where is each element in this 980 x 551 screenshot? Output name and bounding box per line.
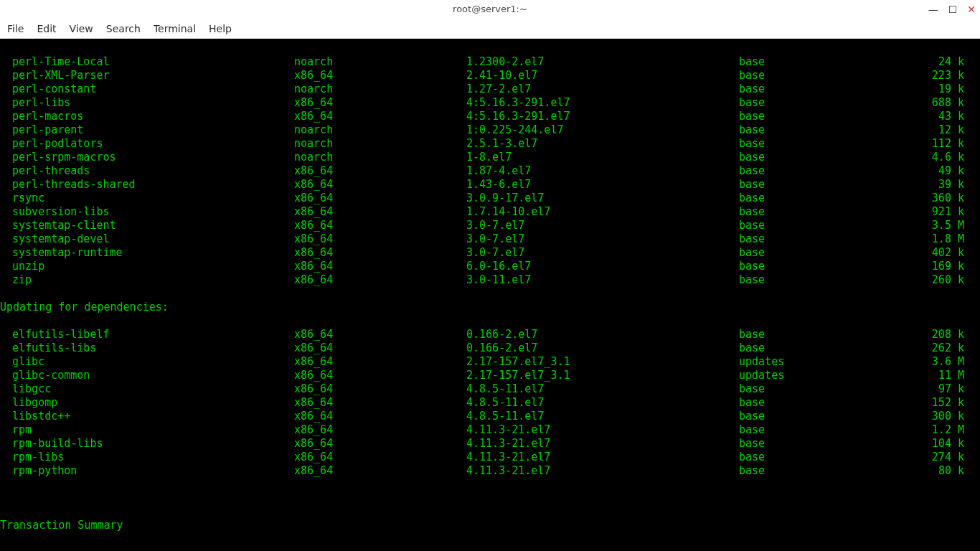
package-row: zipx86_643.0-11.el7base260 k	[0, 273, 980, 287]
pkg-arch: noarch	[294, 151, 466, 164]
window-titlebar: root@server1:~ — ☐ ✕	[0, 0, 980, 19]
package-row: elfutils-libsx86_640.166-2.el7base262 k	[0, 342, 980, 355]
menu-file[interactable]: File	[7, 23, 24, 34]
pkg-repo: base	[739, 396, 904, 410]
pkg-size: 12 k	[904, 123, 980, 137]
pkg-size: 1.2 M	[904, 423, 980, 437]
pkg-size: 223 k	[904, 69, 980, 83]
pkg-size: 97 k	[904, 382, 980, 396]
pkg-repo: base	[739, 137, 904, 151]
menubar: File Edit View Search Terminal Help	[0, 19, 980, 39]
pkg-repo: base	[739, 273, 904, 287]
pkg-version: 4.11.3-21.el7	[466, 451, 739, 464]
package-row: rpm-libsx86_644.11.3-21.el7base274 k	[0, 451, 980, 464]
pkg-repo: base	[739, 451, 904, 464]
pkg-arch: x86_64	[294, 164, 466, 178]
pkg-repo: base	[739, 110, 904, 123]
pkg-size: 3.5 M	[904, 219, 980, 232]
package-row: systemtap-develx86_643.0-7.el7base1.8 M	[0, 232, 980, 246]
pkg-version: 1.87-4.el7	[466, 164, 739, 178]
pkg-name: perl-podlators	[0, 137, 294, 151]
pkg-arch: x86_64	[294, 396, 466, 410]
pkg-repo: base	[739, 410, 904, 423]
package-row: glibcx86_642.17-157.el7_3.1updates3.6 M	[0, 355, 980, 369]
pkg-version: 3.0-7.el7	[466, 246, 739, 260]
pkg-repo: base	[739, 382, 904, 396]
pkg-version: 1.43-6.el7	[466, 178, 739, 192]
summary-rule: ========================================…	[0, 546, 980, 551]
pkg-name: perl-XML-Parser	[0, 69, 294, 83]
pkg-repo: base	[739, 464, 904, 478]
pkg-arch: x86_64	[294, 110, 466, 123]
pkg-name: systemtap-client	[0, 219, 294, 232]
pkg-version: 1.2300-2.el7	[466, 55, 739, 69]
menu-help[interactable]: Help	[209, 23, 232, 34]
minimize-icon[interactable]: —	[928, 4, 938, 14]
pkg-arch: noarch	[294, 137, 466, 151]
pkg-repo: base	[739, 55, 904, 69]
pkg-arch: x86_64	[294, 464, 466, 478]
pkg-version: 6.0-16.el7	[466, 260, 739, 273]
pkg-repo: base	[739, 328, 904, 342]
pkg-arch: x86_64	[294, 219, 466, 232]
pkg-name: elfutils-libs	[0, 342, 294, 355]
pkg-size: 262 k	[904, 342, 980, 355]
maximize-icon[interactable]: ☐	[948, 4, 958, 14]
pkg-repo: base	[739, 164, 904, 178]
package-row: rpm-pythonx86_644.11.3-21.el7base80 k	[0, 464, 980, 478]
pkg-size: 49 k	[904, 164, 980, 178]
pkg-version: 2.17-157.el7_3.1	[466, 369, 739, 382]
pkg-size: 3.6 M	[904, 355, 980, 369]
pkg-size: 4.6 k	[904, 151, 980, 164]
pkg-name: libstdc++	[0, 410, 294, 423]
pkg-name: perl-macros	[0, 110, 294, 123]
pkg-name: glibc-common	[0, 369, 294, 382]
pkg-size: 1.8 M	[904, 232, 980, 246]
pkg-version: 4:5.16.3-291.el7	[466, 96, 739, 110]
window-title: root@server1:~	[453, 4, 527, 14]
pkg-arch: x86_64	[294, 96, 466, 110]
pkg-arch: x86_64	[294, 410, 466, 423]
menu-terminal[interactable]: Terminal	[154, 23, 196, 34]
pkg-name: elfutils-libelf	[0, 328, 294, 342]
pkg-size: 300 k	[904, 410, 980, 423]
pkg-size: 169 k	[904, 260, 980, 273]
pkg-version: 4.11.3-21.el7	[466, 437, 739, 451]
pkg-name: systemtap-runtime	[0, 246, 294, 260]
pkg-repo: base	[739, 219, 904, 232]
pkg-size: 24 k	[904, 55, 980, 69]
pkg-name: perl-srpm-macros	[0, 151, 294, 164]
pkg-version: 4.8.5-11.el7	[466, 382, 739, 396]
pkg-version: 4.8.5-11.el7	[466, 396, 739, 410]
pkg-arch: x86_64	[294, 192, 466, 205]
pkg-name: rpm	[0, 423, 294, 437]
package-row: perl-parentnoarch1:0.225-244.el7base12 k	[0, 123, 980, 137]
pkg-arch: x86_64	[294, 451, 466, 464]
menu-edit[interactable]: Edit	[37, 23, 56, 34]
package-row: unzipx86_646.0-16.el7base169 k	[0, 260, 980, 273]
pkg-size: 39 k	[904, 178, 980, 192]
pkg-size: 208 k	[904, 328, 980, 342]
pkg-repo: base	[739, 205, 904, 219]
pkg-size: 11 M	[904, 369, 980, 382]
terminal-output[interactable]: perl-Time-Localnoarch1.2300-2.el7base24 …	[0, 39, 980, 551]
pkg-size: 260 k	[904, 273, 980, 287]
pkg-repo: base	[739, 423, 904, 437]
pkg-name: libgomp	[0, 396, 294, 410]
pkg-version: 0.166-2.el7	[466, 342, 739, 355]
close-icon[interactable]: ✕	[967, 4, 976, 14]
pkg-arch: x86_64	[294, 205, 466, 219]
package-row: perl-threads-sharedx86_641.43-6.el7base3…	[0, 178, 980, 192]
menu-search[interactable]: Search	[106, 23, 141, 34]
menu-view[interactable]: View	[70, 23, 93, 34]
pkg-size: 274 k	[904, 451, 980, 464]
package-row: rsyncx86_643.0.9-17.el7base360 k	[0, 192, 980, 205]
pkg-size: 43 k	[904, 110, 980, 123]
window-controls: — ☐ ✕	[928, 0, 976, 19]
package-row: perl-constantnoarch1.27-2.el7base19 k	[0, 83, 980, 96]
pkg-repo: base	[739, 69, 904, 83]
package-row: elfutils-libelfx86_640.166-2.el7base208 …	[0, 328, 980, 342]
pkg-size: 152 k	[904, 396, 980, 410]
pkg-repo: base	[739, 96, 904, 110]
pkg-name: zip	[0, 273, 294, 287]
